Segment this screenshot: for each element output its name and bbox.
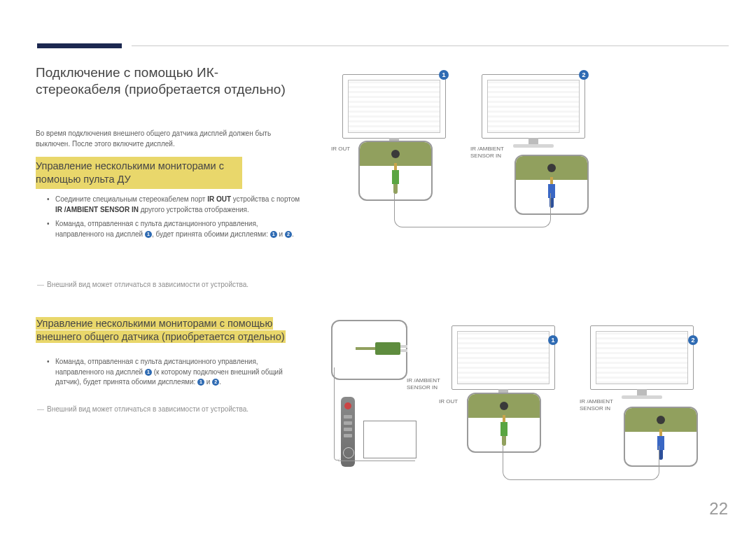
monitor-icon	[342, 74, 446, 139]
section-1-footnote: Внешний вид может отличаться в зависимос…	[37, 281, 296, 288]
text: .	[219, 378, 221, 386]
num-badge-2: 2	[688, 335, 698, 345]
sensor-box	[331, 320, 407, 380]
remote-icon	[341, 397, 355, 467]
cable-icon	[503, 446, 659, 480]
ref-badge-1: 1	[197, 379, 204, 386]
port-label: IR /AMBIENT SENSOR IN	[470, 146, 512, 159]
ref-badge-1: 1	[145, 231, 152, 238]
ref-badge-1: 1	[270, 231, 277, 238]
section-2-bullets: • Команда, отправленная с пульта дистанц…	[47, 357, 307, 388]
list-item: • Команда, отправленная с пульта дистанц…	[47, 219, 307, 239]
num-badge-2: 2	[579, 70, 589, 80]
text: , будет принята обоими дисплеями:	[152, 230, 270, 238]
section-1-bullets: • Соедините специальным стереокабелем по…	[47, 195, 307, 244]
cable-icon	[338, 460, 415, 461]
power-plug-icon	[375, 342, 400, 355]
port-label: IR OUT	[439, 398, 458, 405]
text: Соедините специальным стереокабелем порт	[55, 195, 207, 203]
section-2-heading: Управление несколькими мониторами с помо…	[36, 317, 308, 344]
heading-highlight: внешнего общего датчика (приобретается о…	[36, 330, 286, 343]
ir-receiver-icon	[363, 421, 416, 458]
port-label: IR /AMBIENT SENSOR IN	[407, 377, 449, 391]
num-badge-1: 1	[439, 70, 449, 80]
page-number: 22	[709, 499, 728, 519]
monitor-icon	[482, 74, 585, 139]
ref-badge-1: 1	[145, 369, 152, 376]
connector-box	[467, 393, 541, 453]
cable-icon	[334, 367, 340, 461]
port-label: IR /AMBIENT SENSOR IN	[580, 398, 622, 412]
header-accent-bar	[37, 43, 122, 48]
cable-icon	[394, 193, 551, 227]
list-item: • Команда, отправленная с пульта дистанц…	[47, 357, 307, 388]
list-item: • Соедините специальным стереокабелем по…	[47, 195, 307, 215]
section-1-heading: Управление несколькими мониторами с помо…	[36, 157, 242, 189]
text: и	[277, 230, 285, 238]
page-title: Подключение с помощью ИК-стереокабеля (п…	[36, 64, 288, 98]
jack-green-icon	[500, 422, 507, 436]
ref-badge-2: 2	[212, 379, 219, 386]
monitor-icon	[451, 325, 555, 390]
port-label: IR OUT	[331, 146, 350, 153]
section-2-footnote: Внешний вид может отличаться в зависимос…	[37, 405, 296, 413]
text: устройства с портом	[231, 195, 300, 203]
connector-box	[358, 141, 433, 201]
intro-note: Во время подключения внешнего общего дат…	[36, 129, 302, 149]
port-name: IR OUT	[207, 195, 231, 203]
diagram-2: IR /AMBIENT SENSOR IN 1 2 IR OUT IR /AMB…	[331, 317, 723, 485]
heading-highlight: Управление несколькими мониторами с помо…	[36, 317, 273, 330]
diagram-1: 1 2 IR OUT IR /AMBIENT SENSOR IN	[331, 70, 723, 238]
text: другого устройства отображения.	[139, 206, 249, 213]
header-rule	[132, 45, 729, 46]
jack-green-icon	[392, 170, 399, 184]
text: .	[292, 230, 294, 238]
ref-badge-2: 2	[285, 231, 292, 238]
port-name: IR /AMBIENT SENSOR IN	[55, 206, 139, 213]
num-badge-1: 1	[548, 335, 558, 345]
monitor-icon	[590, 325, 694, 390]
text: и	[204, 378, 212, 386]
